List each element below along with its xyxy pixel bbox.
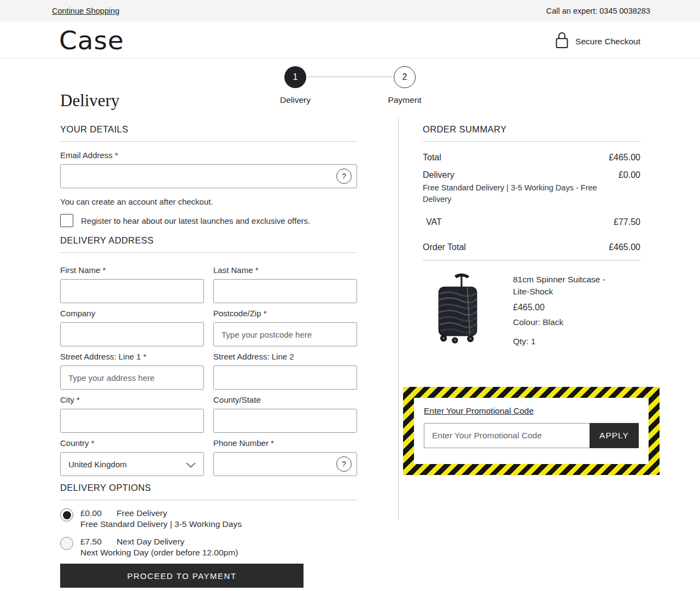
last-name-field[interactable] — [213, 279, 357, 303]
summary-row-total: Total £465.00 — [423, 153, 640, 163]
country-label: Country * — [60, 438, 204, 448]
step-2-payment[interactable]: 2 — [394, 66, 416, 88]
city-field[interactable] — [60, 409, 204, 433]
phone-help-icon[interactable]: ? — [336, 456, 352, 472]
company-label: Company — [60, 309, 204, 318]
street1-field[interactable] — [60, 366, 204, 390]
street2-field[interactable] — [213, 366, 357, 390]
chevron-down-icon — [186, 462, 196, 468]
delivery-address-title: DELIVERY ADDRESS — [60, 235, 357, 253]
county-field[interactable] — [213, 409, 357, 433]
proceed-to-payment-button[interactable]: PROCEED TO PAYMENT — [60, 564, 304, 588]
cart-item: 81cm Spinner Suitcase - Lite-Shock £465.… — [423, 270, 640, 346]
page-title: Delivery — [60, 91, 119, 111]
lock-icon — [555, 31, 569, 51]
register-checkbox-label: Register to hear about our latest launch… — [81, 216, 310, 225]
brand-logo[interactable]: Case — [59, 25, 124, 55]
first-name-field[interactable] — [60, 279, 204, 303]
option-price: £7.50 — [80, 536, 109, 547]
register-checkbox[interactable] — [60, 214, 73, 227]
postcode-field[interactable] — [213, 322, 357, 346]
your-details-title: YOUR DETAILS — [60, 124, 357, 142]
step-connector-line — [307, 77, 393, 77]
email-field[interactable] — [60, 164, 357, 188]
summary-label: Delivery — [423, 170, 454, 180]
summary-value: £0.00 — [619, 170, 640, 180]
continue-shopping-link[interactable]: Continue Shopping — [52, 7, 119, 15]
address-form-grid: First Name * Last Name * Company Postcod… — [60, 260, 357, 476]
option-description: Free Standard Delivery | 3-5 Working Day… — [80, 519, 242, 530]
product-image — [435, 270, 481, 344]
city-label: City * — [60, 395, 204, 404]
call-expert-text: Call an expert: 0345 0038283 — [546, 7, 650, 15]
summary-value: £77.50 — [614, 217, 640, 227]
delivery-option-next-day[interactable]: £7.50 Next Day Delivery Next Working Day… — [60, 536, 357, 558]
step-1-delivery[interactable]: 1 — [284, 66, 306, 88]
top-bar: Continue Shopping Call an expert: 0345 0… — [0, 0, 700, 22]
order-summary-column: ORDER SUMMARY Total £465.00 Delivery £0.… — [423, 124, 640, 346]
company-field[interactable] — [60, 322, 204, 346]
product-title: 81cm Spinner Suitcase - Lite-Shock — [513, 274, 617, 298]
summary-label: Order Total — [423, 242, 466, 252]
delivery-form-column: YOUR DETAILS Email Address * ? You can c… — [60, 124, 357, 588]
summary-label: VAT — [426, 217, 442, 227]
account-note: You can create an account after checkout… — [60, 197, 357, 206]
county-label: County/State — [213, 395, 357, 404]
step-2-label: Payment — [372, 95, 438, 105]
header: Case Secure Checkout — [0, 22, 700, 59]
delivery-note: Free Standard Delivery | 3-5 Working Day… — [423, 182, 603, 205]
last-name-label: Last Name * — [213, 265, 357, 275]
secure-checkout: Secure Checkout — [555, 31, 640, 51]
delivery-options-title: DELIVERY OPTIONS — [60, 483, 357, 500]
product-price: £465.00 — [513, 303, 617, 312]
first-name-label: First Name * — [60, 265, 204, 275]
summary-divider — [423, 260, 640, 260]
promo-code-input[interactable] — [424, 423, 590, 448]
country-select-value: United Kingdom — [68, 460, 127, 469]
street2-label: Street Address: Line 2 — [213, 352, 357, 361]
free-delivery-radio[interactable] — [60, 508, 73, 522]
street1-label: Street Address: Line 1 * — [60, 352, 204, 361]
email-help-icon[interactable]: ? — [336, 169, 352, 184]
option-name: Next Day Delivery — [116, 537, 184, 546]
promo-code-box: Enter Your Promotional Code APPLY — [403, 387, 660, 475]
order-summary-title: ORDER SUMMARY — [423, 124, 640, 142]
email-label: Email Address * — [60, 150, 357, 160]
country-select[interactable]: United Kingdom — [60, 452, 204, 476]
summary-row-order-total: Order Total £465.00 — [423, 242, 640, 252]
postcode-label: Postcode/Zip * — [213, 309, 357, 318]
summary-row-vat: VAT £77.50 — [423, 217, 640, 227]
step-1-label: Delivery — [262, 95, 328, 105]
delivery-option-free[interactable]: £0.00 Free Delivery Free Standard Delive… — [60, 508, 357, 530]
apply-promo-button[interactable]: APPLY — [590, 423, 639, 448]
summary-label: Total — [423, 153, 441, 163]
secure-checkout-label: Secure Checkout — [575, 37, 640, 47]
option-name: Free Delivery — [116, 508, 167, 518]
summary-row-delivery: Delivery £0.00 — [423, 170, 640, 180]
option-description: Next Working Day (order before 12.00pm) — [80, 547, 238, 558]
column-divider — [398, 118, 399, 520]
next-day-delivery-radio[interactable] — [60, 537, 73, 550]
option-price: £0.00 — [80, 508, 109, 519]
summary-value: £465.00 — [609, 242, 640, 252]
phone-label: Phone Number * — [213, 438, 357, 448]
product-qty: Qty: 1 — [513, 337, 617, 346]
promo-code-toggle-link[interactable]: Enter Your Promotional Code — [424, 406, 534, 416]
phone-field[interactable] — [213, 452, 357, 476]
product-colour: Colour: Black — [513, 317, 617, 327]
summary-value: £465.00 — [609, 153, 640, 163]
